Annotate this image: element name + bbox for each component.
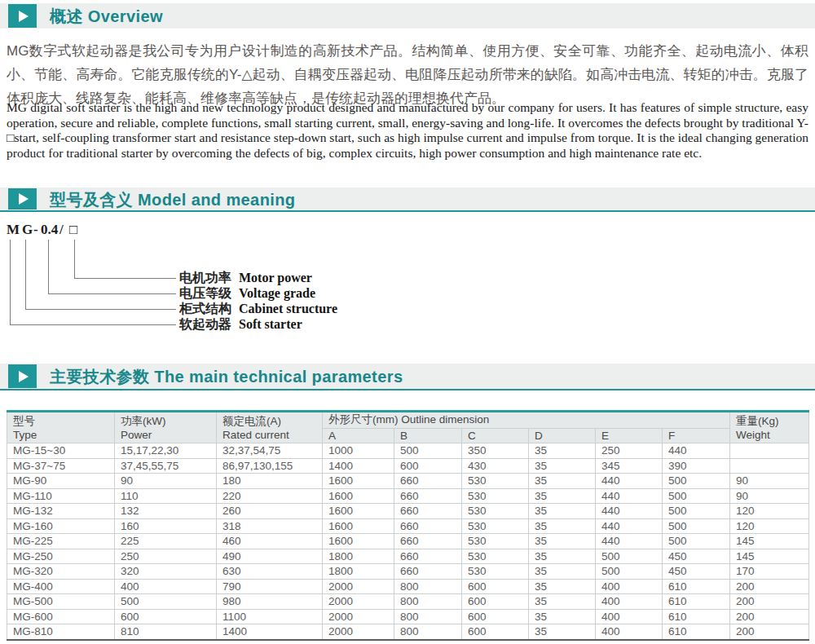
table-cell: 110 — [115, 488, 217, 504]
section-marker — [8, 188, 37, 210]
table-cell: 440 — [596, 474, 663, 489]
table-cell: 35 — [529, 609, 596, 624]
table-cell: 1800 — [323, 564, 394, 580]
table-cell: 170 — [730, 564, 809, 580]
model-code-part: - — [33, 222, 38, 238]
column-header-current-en: Rated current — [222, 429, 316, 441]
table-cell: 440 — [596, 534, 663, 549]
dim-column-header: B — [394, 428, 462, 443]
table-cell: 1000 — [323, 443, 394, 459]
table-row: MG-15~3015,17,22,3032,37,54,751000500350… — [7, 443, 809, 459]
table-cell: 250 — [115, 549, 217, 564]
table-cell: 2000 — [323, 579, 394, 594]
table-cell: 660 — [394, 504, 462, 519]
table-cell: 35 — [529, 518, 596, 534]
table-row: MG-909018016006605303544050090 — [7, 474, 809, 489]
column-header-weight: 重量(Kg) Weight — [730, 412, 809, 443]
table-cell: 225 — [115, 534, 217, 549]
table-cell: 500 — [115, 594, 217, 610]
table-cell: 345 — [596, 458, 663, 474]
table-cell: 35 — [529, 624, 596, 640]
table-cell: 460 — [217, 534, 323, 549]
table-cell: 630 — [217, 564, 323, 580]
table-cell: 400 — [596, 594, 663, 610]
table-cell: 500 — [596, 564, 663, 580]
table-cell: 90 — [730, 488, 809, 504]
table-cell: 160 — [115, 518, 217, 534]
table-cell: 145 — [730, 549, 809, 564]
table-cell: 220 — [217, 488, 323, 504]
table-cell: 600 — [462, 624, 529, 640]
table-row: MG-320320630180066053035500450170 — [7, 564, 809, 580]
table-cell: 120 — [730, 518, 809, 534]
table-row: MG-11011022016006605303544050090 — [7, 488, 809, 504]
table-cell: 35 — [529, 534, 596, 549]
table-cell: 610 — [663, 579, 730, 594]
table-cell: 1400 — [323, 458, 394, 474]
table-cell: 800 — [394, 594, 462, 610]
table-cell: 440 — [663, 443, 730, 459]
play-triangle-icon — [19, 11, 29, 22]
table-cell: 1600 — [323, 474, 394, 489]
column-header-power-zh: 功率(kW) — [121, 414, 210, 429]
table-row: MG-160160318160066053035440500120 — [7, 518, 809, 534]
table-row: MG-6006001100200080060035400610200 — [7, 609, 809, 624]
table-cell: 440 — [596, 488, 663, 504]
overview-heading: 概述 Overview — [50, 6, 163, 28]
table-cell: 132 — [115, 504, 217, 519]
model-label-en: Soft starter — [239, 317, 302, 332]
table-cell: 145 — [730, 534, 809, 549]
column-header-power: 功率(kW) Power — [115, 412, 217, 443]
table-cell: 530 — [462, 488, 529, 504]
section-marker — [8, 364, 37, 388]
column-header-type-zh: 型号 — [13, 414, 108, 429]
table-cell: 660 — [394, 564, 462, 580]
table-cell: 450 — [663, 549, 730, 564]
table-cell: MG-810 — [7, 624, 115, 640]
table-cell: 810 — [115, 624, 217, 640]
table-cell: 1100 — [217, 609, 323, 624]
catalog-page: 概述 Overview MG数字式软起动器是我公司专为用户设计制造的高新技术产品… — [0, 0, 815, 644]
table-cell: 350 — [462, 443, 529, 459]
overview-section-bar: 概述 Overview — [0, 3, 815, 29]
table-cell: 450 — [663, 564, 730, 580]
table-cell: 320 — [115, 564, 217, 580]
table-cell: MG-15~30 — [7, 443, 115, 459]
table-cell: 318 — [217, 518, 323, 534]
table-cell: 90 — [730, 474, 809, 489]
table-row: MG-400400790200080060035400610200 — [7, 579, 809, 594]
model-code-part: 0.4 — [41, 222, 58, 238]
table-cell: 440 — [596, 504, 663, 519]
table-cell: 500 — [663, 504, 730, 519]
table-cell: 1600 — [323, 534, 394, 549]
table-cell — [730, 443, 809, 459]
table-cell: 530 — [462, 504, 529, 519]
table-cell: 400 — [596, 609, 663, 624]
table-cell: 400 — [596, 579, 663, 594]
table-cell: 610 — [663, 594, 730, 610]
table-cell: 500 — [596, 549, 663, 564]
table-cell: 200 — [730, 579, 809, 594]
model-label-en: Motor power — [239, 271, 312, 285]
dim-column-header: C — [462, 428, 529, 443]
table-row: MG-37~7537,45,55,7586,97,130,15514006004… — [7, 458, 809, 474]
table-cell: 15,17,22,30 — [115, 443, 217, 459]
table-cell: 500 — [663, 534, 730, 549]
table-cell: 600 — [394, 458, 462, 474]
table-cell: 500 — [663, 474, 730, 489]
table-cell: 1400 — [217, 624, 323, 640]
table-cell: 660 — [394, 474, 462, 489]
dim-column-header: E — [596, 428, 663, 443]
model-connector-line — [10, 240, 176, 325]
table-cell: 120 — [730, 504, 809, 519]
table-row: MG-500500980200080060035400610200 — [7, 594, 809, 610]
table-cell: 2000 — [323, 609, 394, 624]
table-row: MG-8108101400200080060035400610200 — [7, 624, 809, 640]
table-cell: 610 — [663, 624, 730, 640]
table-cell: 180 — [217, 474, 323, 489]
table-cell: 250 — [596, 443, 663, 459]
column-header-rated-current: 额定电流(A) Rated current — [217, 412, 323, 443]
table-cell: 37,45,55,75 — [115, 458, 217, 474]
parameters-section-bar: 主要技术参数 The main technical parameters — [0, 364, 815, 390]
table-cell: MG-37~75 — [7, 458, 115, 474]
